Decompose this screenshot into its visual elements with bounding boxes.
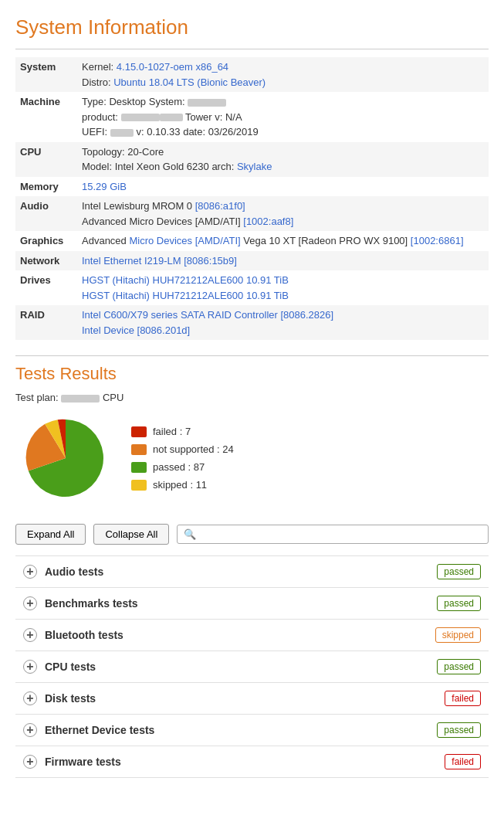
system-value-cpu: Topology: 20-CoreModel: Intel Xeon Gold … bbox=[77, 142, 489, 177]
test-row: +Audio testspassed bbox=[15, 555, 489, 588]
test-plan-label: Test plan: bbox=[15, 392, 59, 403]
test-row: +Ethernet Device testspassed bbox=[15, 714, 489, 746]
test-row-left: +Bluetooth tests bbox=[23, 628, 123, 642]
legend-color-failed bbox=[131, 426, 147, 437]
legend-color-not-supported bbox=[131, 444, 147, 455]
chart-legend: failed : 7 not supported : 24 passed : 8… bbox=[131, 426, 234, 491]
system-value-network: Intel Ethernet I219-LM [8086:15b9] bbox=[77, 251, 489, 271]
system-label-network: Network bbox=[15, 251, 77, 271]
status-badge: failed bbox=[445, 754, 481, 769]
legend-skipped: skipped : 11 bbox=[131, 479, 234, 491]
section-divider-system bbox=[15, 49, 489, 49]
test-row-left: +Disk tests bbox=[23, 691, 96, 705]
test-row-left: +Ethernet Device tests bbox=[23, 723, 154, 737]
system-value-machine: Type: Desktop System: product: Tower v: … bbox=[77, 92, 489, 142]
legend-failed: failed : 7 bbox=[131, 426, 234, 437]
system-label-graphics: Graphics bbox=[15, 231, 77, 251]
test-name: Disk tests bbox=[45, 692, 96, 705]
system-label-cpu: CPU bbox=[15, 142, 77, 177]
redacted-block bbox=[61, 395, 100, 403]
test-row-left: +Benchmarks tests bbox=[23, 596, 138, 610]
test-row: +Benchmarks testspassed bbox=[15, 587, 489, 620]
search-box[interactable]: 🔍 bbox=[177, 525, 489, 544]
system-value-memory: 15.29 GiB bbox=[77, 177, 489, 197]
expand-icon[interactable]: + bbox=[23, 628, 37, 642]
system-value-raid: Intel C600/X79 series SATA RAID Controll… bbox=[77, 305, 489, 340]
expand-icon[interactable]: + bbox=[23, 565, 37, 579]
tests-results-title: Tests Results bbox=[15, 364, 489, 384]
system-label-machine: Machine bbox=[15, 92, 77, 142]
expand-icon[interactable]: + bbox=[23, 596, 37, 610]
status-badge: failed bbox=[445, 691, 481, 706]
expand-icon[interactable]: + bbox=[23, 755, 37, 769]
status-badge: skipped bbox=[435, 627, 481, 643]
search-icon: 🔍 bbox=[184, 528, 196, 540]
system-value-graphics: Advanced Micro Devices [AMD/ATI] Vega 10… bbox=[77, 231, 489, 251]
test-name: CPU tests bbox=[45, 661, 96, 673]
status-badge: passed bbox=[437, 722, 481, 738]
test-name: Benchmarks tests bbox=[45, 597, 138, 610]
test-row-left: +Firmware tests bbox=[23, 755, 121, 769]
system-label-raid: RAID bbox=[15, 305, 77, 340]
status-badge: passed bbox=[437, 564, 481, 579]
status-badge: passed bbox=[437, 596, 481, 611]
system-value-drives: HGST (Hitachi) HUH721212ALE600 10.91 TiB… bbox=[77, 270, 489, 305]
system-value-system: Kernel: 4.15.0-1027-oem x86_64Distro: Ub… bbox=[77, 57, 489, 92]
collapse-all-button[interactable]: Collapse All bbox=[93, 524, 169, 545]
test-rows-container: +Audio testspassed+Benchmarks testspasse… bbox=[15, 555, 489, 778]
test-name: Audio tests bbox=[45, 566, 103, 578]
system-label-system: System bbox=[15, 57, 77, 92]
system-label-drives: Drives bbox=[15, 270, 77, 305]
test-name: Bluetooth tests bbox=[45, 629, 123, 641]
expand-icon[interactable]: + bbox=[23, 691, 37, 705]
legend-color-skipped bbox=[131, 480, 147, 491]
test-plan: Test plan: CPU bbox=[15, 392, 489, 403]
system-label-memory: Memory bbox=[15, 177, 77, 197]
test-row-left: +CPU tests bbox=[23, 660, 96, 674]
system-info-table: SystemKernel: 4.15.0-1027-oem x86_64Dist… bbox=[15, 57, 489, 340]
test-name: Ethernet Device tests bbox=[45, 724, 154, 736]
legend-not-supported: not supported : 24 bbox=[131, 443, 234, 455]
system-label-audio: Audio bbox=[15, 196, 77, 231]
expand-all-button[interactable]: Expand All bbox=[15, 524, 86, 545]
legend-label-failed: failed : 7 bbox=[153, 426, 191, 437]
controls-row: Expand All Collapse All 🔍 bbox=[15, 524, 489, 545]
chart-container: failed : 7 not supported : 24 passed : 8… bbox=[15, 416, 489, 501]
legend-color-passed bbox=[131, 462, 147, 473]
system-value-audio: Intel Lewisburg MROM 0 [8086:a1f0]Advanc… bbox=[77, 196, 489, 231]
legend-passed: passed : 87 bbox=[131, 461, 234, 473]
search-input[interactable] bbox=[201, 528, 482, 540]
test-row: +Firmware testsfailed bbox=[15, 746, 489, 778]
test-row: +CPU testspassed bbox=[15, 650, 489, 683]
test-row-left: +Audio tests bbox=[23, 565, 103, 579]
page-title: System Information bbox=[15, 15, 489, 39]
pie-chart bbox=[23, 416, 108, 501]
legend-label-passed: passed : 87 bbox=[153, 461, 205, 473]
test-plan-redacted bbox=[61, 392, 103, 403]
expand-icon[interactable]: + bbox=[23, 660, 37, 674]
section-divider-tests bbox=[15, 355, 489, 356]
test-name: Firmware tests bbox=[45, 756, 121, 768]
test-plan-name: CPU bbox=[103, 392, 123, 403]
test-row: +Bluetooth testsskipped bbox=[15, 619, 489, 651]
legend-label-skipped: skipped : 11 bbox=[153, 479, 207, 491]
status-badge: passed bbox=[437, 659, 481, 674]
expand-icon[interactable]: + bbox=[23, 723, 37, 737]
legend-label-not-supported: not supported : 24 bbox=[153, 443, 234, 455]
test-row: +Disk testsfailed bbox=[15, 682, 489, 715]
